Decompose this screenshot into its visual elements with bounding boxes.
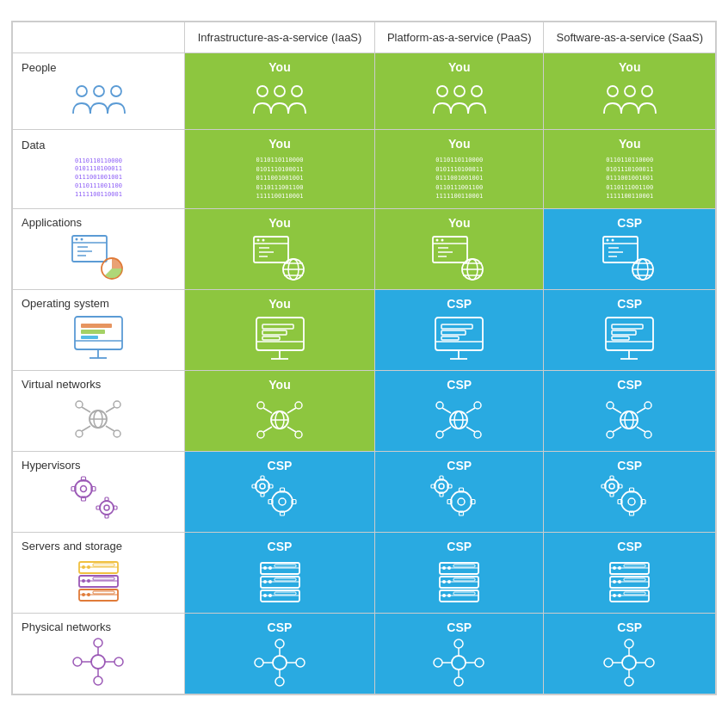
cell-pnet-col2: CSP [544, 613, 716, 694]
svg-point-184 [87, 579, 90, 583]
svg-point-98 [257, 402, 264, 409]
svg-rect-230 [624, 578, 645, 581]
cell-vnet-col0: You [185, 370, 375, 451]
svg-point-243 [94, 676, 102, 685]
cell-icon [379, 639, 540, 687]
svg-point-214 [447, 580, 451, 583]
svg-rect-220 [453, 592, 475, 595]
cell-icon [547, 478, 712, 525]
svg-line-112 [466, 408, 475, 413]
cell-vnet-col1: CSP [375, 370, 544, 451]
svg-point-6 [437, 86, 447, 96]
cell-icon [188, 79, 371, 122]
cell-icon: 0110110110000010111010001101110010010010… [547, 156, 712, 201]
svg-point-199 [268, 580, 272, 583]
svg-point-228 [613, 580, 616, 583]
cell-servers-col2: CSP [544, 532, 716, 613]
svg-point-14 [76, 238, 78, 241]
cell-people-col2: You [544, 53, 716, 130]
row-label-hypervisors: Hypervisors [13, 451, 185, 532]
cell-vnet-col2: CSP [544, 370, 716, 451]
svg-line-125 [613, 427, 621, 432]
cell-icon [188, 235, 371, 282]
svg-rect-83 [612, 336, 629, 340]
svg-point-224 [618, 566, 621, 570]
svg-point-1 [94, 86, 104, 96]
cell-icon [188, 559, 371, 606]
svg-point-268 [625, 639, 633, 648]
svg-point-213 [442, 580, 446, 583]
svg-point-254 [452, 656, 466, 670]
row-label-servers: Servers and storage [13, 532, 185, 613]
svg-rect-81 [612, 324, 643, 329]
row-label-text: People [22, 61, 176, 74]
svg-rect-137 [105, 515, 108, 518]
row-label-pnet: Physical networks [13, 613, 185, 694]
cell-badge: You [188, 137, 371, 151]
svg-point-128 [75, 480, 92, 497]
cell-people-col0: You [185, 53, 375, 130]
cell-hypervisors-col0: CSP [185, 451, 375, 532]
svg-point-241 [94, 639, 102, 647]
cell-icon [547, 397, 712, 444]
svg-point-252 [275, 677, 284, 686]
svg-point-218 [442, 594, 446, 597]
svg-point-0 [77, 86, 87, 96]
cell-icon [379, 79, 540, 122]
row-label-icon [22, 477, 176, 524]
cell-badge: CSP [547, 378, 712, 392]
svg-point-245 [273, 656, 287, 670]
cell-servers-col1: CSP [375, 532, 544, 613]
svg-point-159 [458, 498, 465, 505]
cell-badge: You [379, 137, 540, 151]
cell-badge: CSP [188, 620, 371, 634]
svg-point-4 [275, 86, 285, 96]
cell-badge: CSP [188, 540, 371, 553]
svg-rect-139 [96, 506, 100, 509]
svg-rect-75 [441, 330, 466, 335]
svg-point-164 [605, 479, 619, 493]
svg-point-111 [474, 402, 481, 409]
svg-line-103 [263, 427, 272, 432]
cell-badge: You [188, 60, 371, 74]
cell-icon: 0110110110000010111010001101110010010010… [188, 156, 371, 201]
svg-rect-210 [453, 565, 475, 567]
svg-point-34 [436, 238, 439, 241]
svg-line-116 [466, 427, 475, 432]
cell-icon [547, 79, 712, 122]
svg-point-170 [621, 491, 642, 512]
svg-point-246 [255, 658, 263, 667]
cell-os-col2: CSP [544, 289, 716, 370]
cell-badge: CSP [547, 540, 712, 553]
header-saas: Software-as-a-service (SaaS) [544, 22, 716, 53]
svg-rect-235 [624, 592, 645, 595]
svg-point-209 [447, 566, 451, 570]
svg-point-229 [618, 580, 621, 583]
svg-rect-195 [275, 565, 296, 567]
cell-people-col1: You [375, 53, 544, 130]
header-iaas: Infrastructure-as-a-service (IaaS) [185, 22, 375, 53]
cell-icon [547, 316, 712, 363]
svg-point-113 [436, 431, 443, 438]
svg-point-179 [87, 565, 90, 569]
svg-point-193 [263, 566, 267, 570]
svg-point-35 [441, 238, 444, 241]
cell-badge: CSP [379, 297, 540, 311]
svg-point-152 [435, 479, 448, 493]
cell-servers-col0: CSP [185, 532, 375, 613]
header-row-label [13, 22, 185, 53]
svg-rect-215 [453, 578, 475, 581]
svg-point-171 [628, 498, 635, 505]
cell-os-col1: CSP [375, 289, 544, 370]
svg-rect-82 [612, 330, 636, 335]
row-label-icon [22, 396, 176, 443]
cell-badge: CSP [379, 459, 540, 472]
svg-point-120 [607, 402, 614, 409]
svg-point-134 [100, 501, 114, 515]
row-label-icon [22, 234, 176, 281]
cell-badge: CSP [547, 216, 712, 230]
cell-icon [379, 316, 540, 363]
cell-badge: CSP [379, 540, 540, 553]
svg-point-100 [295, 402, 302, 409]
cell-badge: CSP [547, 620, 712, 634]
